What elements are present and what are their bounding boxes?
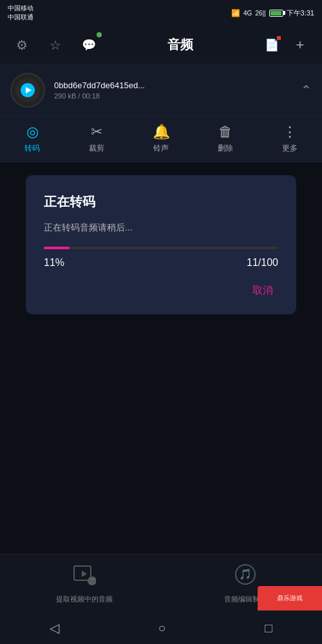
back-button[interactable]: ◁ <box>50 620 59 636</box>
watermark: 鼎乐游戏 <box>258 586 322 611</box>
delete-label: 删除 <box>218 143 233 154</box>
cancel-button[interactable]: 取消 <box>247 281 278 300</box>
transcode-dialog: 正在转码 正在转码音频请稍后... 11% 11/100 取消 <box>26 175 296 314</box>
tool-cut[interactable]: ✂ 裁剪 <box>77 124 116 154</box>
wifi-icon: 📶 <box>231 9 240 17</box>
chat-icon: 💬 <box>82 38 96 52</box>
carrier-info: 中国移动 中国联通 <box>8 4 33 22</box>
main-content: 正在转码 正在转码音频请稍后... 11% 11/100 取消 <box>0 162 322 554</box>
page-title: 音频 <box>111 36 250 53</box>
dialog-message: 正在转码音频请稍后... <box>44 222 278 234</box>
settings-button[interactable]: ⚙ <box>10 33 33 57</box>
star-icon: ☆ <box>50 37 61 53</box>
dialog-actions: 取消 <box>44 281 278 300</box>
top-nav: ⚙ ☆ 💬 音频 📄 + <box>0 26 322 64</box>
add-icon: + <box>296 37 305 53</box>
add-button[interactable]: + <box>289 33 312 57</box>
delete-icon: 🗑 <box>218 124 232 140</box>
system-nav: ◁ ○ □ <box>0 612 322 644</box>
battery-icon <box>269 10 283 17</box>
progress-count: 11/100 <box>247 257 278 269</box>
dialog-overlay: 正在转码 正在转码音频请稍后... 11% 11/100 取消 <box>0 162 322 554</box>
progress-labels: 11% 11/100 <box>44 257 278 269</box>
document-button[interactable]: 📄 <box>260 33 283 57</box>
tool-more[interactable]: ⋮ 更多 <box>270 124 309 154</box>
album-art-inner <box>15 78 40 102</box>
transcode-label: 转码 <box>24 143 40 154</box>
tool-ringtone[interactable]: 🔔 铃声 <box>142 124 180 154</box>
carrier1: 中国移动 <box>8 4 33 13</box>
chat-badge <box>97 32 102 37</box>
mini-play-button[interactable] <box>21 83 35 97</box>
carrier2: 中国联通 <box>8 13 33 22</box>
svg-text:🎵: 🎵 <box>88 577 96 585</box>
status-right: 📶 4G 26|| 下午3:31 <box>231 8 314 18</box>
extract-audio-label: 提取视频中的音频 <box>56 594 113 604</box>
tool-delete[interactable]: 🗑 删除 <box>206 124 245 154</box>
now-playing-bar: 0bbd6e7dd7de6415ed... 290 kB / 00:18 ⌃ <box>0 64 322 116</box>
expand-button[interactable]: ⌃ <box>301 82 312 98</box>
ringtone-label: 铃声 <box>153 143 169 154</box>
settings-icon: ⚙ <box>16 37 28 53</box>
album-art <box>10 73 45 108</box>
status-bar: 中国移动 中国联通 📶 4G 26|| 下午3:31 <box>0 0 322 26</box>
favorites-button[interactable]: ☆ <box>44 33 67 57</box>
time: 下午3:31 <box>287 8 314 18</box>
cut-icon: ✂ <box>91 124 102 140</box>
svg-marker-1 <box>82 571 87 577</box>
nav-right-icons: 📄 + <box>260 33 312 57</box>
document-icon: 📄 <box>265 38 279 52</box>
recent-button[interactable]: □ <box>265 621 272 636</box>
track-info: 0bbd6e7dd7de6415ed... 290 kB / 00:18 <box>54 80 292 100</box>
signal-bars: 26|| <box>255 10 265 17</box>
dialog-title: 正在转码 <box>44 193 278 211</box>
tools-bar: ◎ 转码 ✂ 裁剪 🔔 铃声 🗑 删除 ⋮ 更多 <box>0 116 322 162</box>
home-button[interactable]: ○ <box>158 621 166 636</box>
progress-bar-background <box>44 247 278 249</box>
more-label: 更多 <box>282 143 298 154</box>
ringtone-icon: 🔔 <box>153 124 170 140</box>
signal-icon: 4G <box>243 10 252 17</box>
transcode-icon: ◎ <box>26 124 39 140</box>
play-triangle-icon <box>26 87 32 93</box>
battery-fill <box>270 11 281 15</box>
more-icon: ⋮ <box>283 124 297 140</box>
progress-percent: 11% <box>44 257 64 269</box>
cut-label: 裁剪 <box>89 143 104 154</box>
tool-transcode[interactable]: ◎ 转码 <box>13 124 52 154</box>
track-meta: 290 kB / 00:18 <box>54 92 292 100</box>
audio-edit-icon: 🎵 <box>234 563 257 591</box>
watermark-text: 鼎乐游戏 <box>277 594 303 603</box>
chat-button[interactable]: 💬 <box>77 33 100 57</box>
svg-text:🎵: 🎵 <box>239 568 252 580</box>
progress-bar-fill <box>44 247 70 249</box>
track-name: 0bbd6e7dd7de6415ed... <box>54 80 292 90</box>
extract-audio-button[interactable]: 🎵 提取视频中的音频 <box>56 563 113 604</box>
extract-audio-icon: 🎵 <box>73 563 96 591</box>
